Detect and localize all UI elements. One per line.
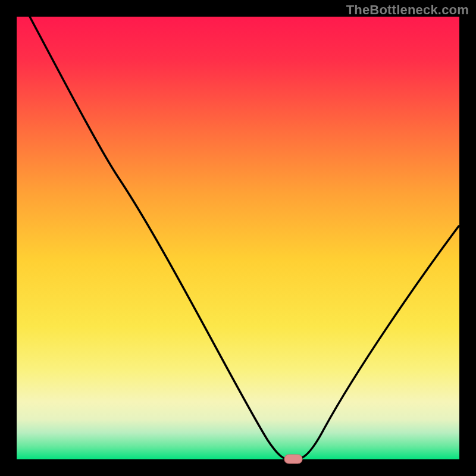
- optimal-point-marker: [284, 455, 302, 464]
- chart-container: TheBottleneck.com: [0, 0, 476, 476]
- watermark-text: TheBottleneck.com: [346, 2, 469, 18]
- chart-plot-area: [17, 17, 459, 459]
- bottleneck-chart: [0, 0, 476, 476]
